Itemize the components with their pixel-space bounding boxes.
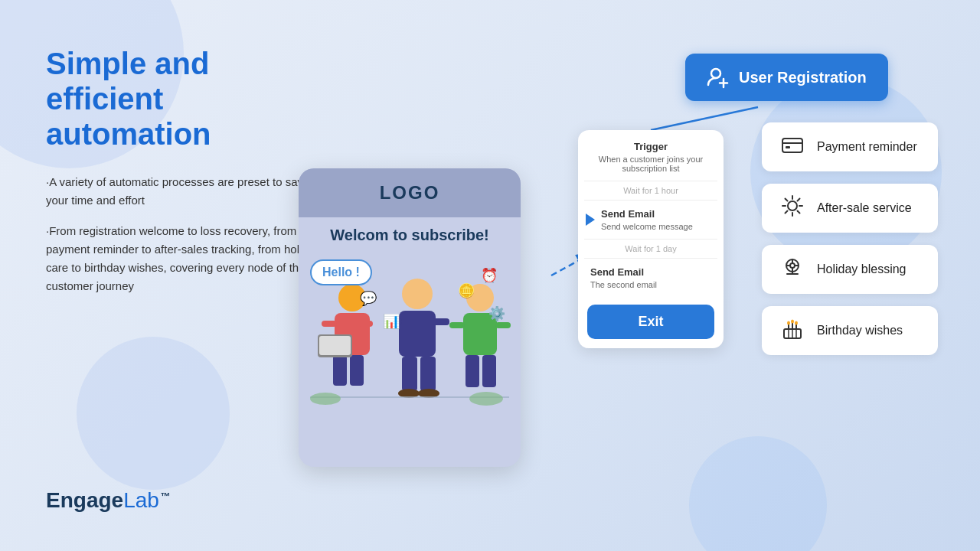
sidebar-item-payment[interactable]: Payment reminder [762,122,938,171]
holiday-icon [779,256,806,283]
user-plus-icon [707,66,730,89]
payment-label: Payment reminder [817,140,917,154]
svg-point-33 [788,201,797,210]
svg-rect-9 [319,336,351,355]
payment-icon [779,133,806,161]
birthday-icon [779,317,806,344]
logo-section: EngageLab™ [46,488,171,513]
settings-icon: ⚙️ [488,305,505,322]
flow-email-1-row: Send Email Send welcome message [578,201,724,239]
svg-line-38 [786,199,788,201]
svg-point-26 [469,392,503,406]
svg-rect-6 [333,355,347,386]
coin-icon: 🪙 [458,282,475,299]
holiday-label: Holiday blessing [817,262,906,276]
trigger-sub: When a customer joins your subscription … [590,155,711,173]
trigger-title: Trigger [590,141,711,152]
user-registration-label: User Registration [739,69,867,86]
svg-rect-13 [433,318,449,325]
svg-rect-21 [495,322,511,328]
exit-button[interactable]: Exit [587,305,714,339]
phone-mockup: LOGO Welcom to subscribe! Hello ! ⏰ 🪙 ⚙️… [299,168,521,467]
svg-rect-30 [782,139,802,152]
sidebar-item-birthday[interactable]: Birthday wishes [762,306,938,355]
logo-tm: ™ [161,491,171,502]
flow-arrow-1 [586,214,595,226]
line-user-to-flow [651,107,758,130]
exit-label: Exit [638,314,663,329]
chart-icon: 📊 [383,313,400,330]
svg-rect-20 [449,322,465,328]
flow-container: Trigger When a customer joins your subsc… [578,130,724,348]
mail-icon: 💬 [360,290,377,307]
aftersale-icon-svg [781,194,804,217]
logo-engage: Engage [46,488,123,512]
svg-point-59 [795,321,798,325]
email1-sub: Send welcome message [601,222,693,231]
birthday-icon-svg [781,317,804,340]
svg-point-43 [790,263,795,268]
flow-trigger: Trigger When a customer joins your subsc… [578,130,724,181]
svg-rect-11 [399,311,436,357]
svg-point-17 [418,389,439,398]
svg-rect-22 [466,355,479,387]
wait-2: Wait for 1 day [578,240,724,258]
right-sidebar: Payment reminder After-sale service [762,122,938,355]
hello-bubble: Hello ! [310,259,372,285]
main-title: Simple and efficient automation [46,46,329,152]
svg-rect-23 [482,355,496,387]
svg-rect-7 [350,355,364,386]
aftersale-label: After-sale service [817,201,912,215]
flow-email-2-row: Send Email The second email [578,259,724,297]
wait-1: Wait for 1 hour [578,181,724,200]
payment-icon-svg [781,133,804,156]
svg-line-39 [798,211,800,214]
user-registration-button[interactable]: User Registration [685,54,888,101]
birthday-label: Birthday wishes [817,324,903,337]
phone-header: LOGO [299,168,521,217]
email2-title: Send Email [590,266,711,278]
email2-sub: The second email [590,280,711,289]
sidebar-item-holiday[interactable]: Holiday blessing [762,245,938,294]
sidebar-item-aftersale[interactable]: After-sale service [762,184,938,233]
desc-1: ·A variety of automatic processes are pr… [46,173,329,210]
svg-point-27 [711,69,720,78]
phone-illustration: Hello ! ⏰ 🪙 ⚙️ 💬 📊 [299,244,521,420]
aftersale-icon [779,194,806,222]
svg-line-40 [798,199,800,201]
phone-welcome: Welcom to subscribe! [299,217,521,244]
svg-point-16 [398,389,420,398]
svg-rect-15 [420,357,436,391]
people-illustration [299,275,521,412]
flow-email-1-content: Send Email Send welcome message [601,208,693,231]
bg-circle-4 [689,436,827,551]
left-section: Simple and efficient automation ·A varie… [46,46,329,308]
desc-2: ·From registration welcome to loss recov… [46,222,329,295]
email1-title: Send Email [601,208,693,220]
holiday-icon-svg [781,256,804,279]
svg-line-41 [786,211,788,214]
svg-point-57 [787,321,790,325]
svg-rect-5 [358,321,373,327]
svg-rect-4 [322,321,337,327]
svg-rect-32 [786,146,790,148]
svg-point-58 [791,320,794,324]
svg-point-10 [402,279,433,309]
logo-lab: Lab [123,488,159,512]
phone-logo: LOGO [312,182,507,204]
svg-point-25 [310,393,341,405]
svg-rect-14 [402,357,417,391]
clock-icon: ⏰ [481,267,498,284]
bg-circle-2 [77,337,230,490]
